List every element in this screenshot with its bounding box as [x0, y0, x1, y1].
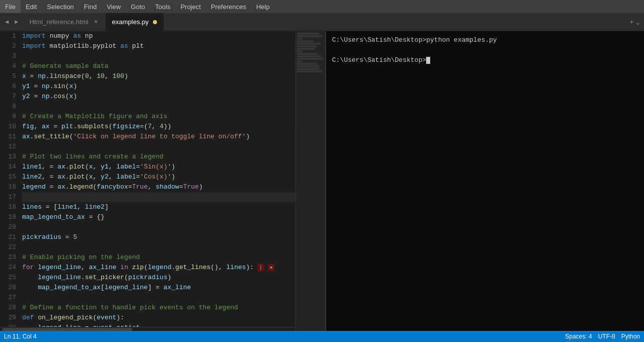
line-num-22: 22 [4, 242, 16, 252]
line-num-10: 10 [4, 122, 16, 132]
line-numbers: 1234567891011121314151617181920212223242… [0, 31, 22, 327]
terminal-panel[interactable]: C:\Users\Satish\Desktop>python examples.… [326, 31, 644, 331]
code-line-30[interactable]: legend_line = event.artist [22, 323, 324, 327]
code-line-13[interactable]: # Plot two lines and create a legend [22, 152, 324, 162]
status-spaces: Spaces: 4 [565, 333, 592, 340]
line-num-11: 11 [4, 132, 16, 142]
code-line-29[interactable]: def on_legend_pick(event): [22, 313, 324, 323]
code-line-10[interactable]: fig, ax = plt.subplots(figsize=(7, 4)) [22, 122, 324, 132]
code-line-14[interactable]: line1, = ax.plot(x, y1, label='Sin(x)') [22, 162, 324, 172]
code-line-15[interactable]: line2, = ax.plot(x, y2, label='Cos(x)') [22, 172, 324, 182]
line-num-20: 20 [4, 222, 16, 232]
line-num-3: 3 [4, 51, 16, 61]
code-line-19[interactable]: map_legend_to_ax = {} [22, 212, 324, 222]
tab-html-close[interactable]: ✕ [93, 19, 100, 26]
code-line-24[interactable]: for legend_line, ax_line in zip(legend.g… [22, 263, 324, 273]
code-line-20[interactable] [22, 222, 324, 232]
menu-project[interactable]: Project [176, 0, 206, 13]
tab-bar: ◀ ▶ Html_reference.html ✕ examples.py + … [0, 13, 644, 31]
terminal-cursor [426, 57, 430, 64]
line-num-23: 23 [4, 252, 16, 263]
code-line-3[interactable] [22, 51, 324, 61]
tab-html-reference[interactable]: Html_reference.html ✕ [23, 13, 106, 31]
main-area: 1234567891011121314151617181920212223242… [0, 31, 644, 331]
code-line-23[interactable]: # Enable picking on the legend [22, 252, 324, 263]
editor-panel: 1234567891011121314151617181920212223242… [0, 31, 326, 331]
code-line-2[interactable]: import matplotlib.pyplot as plt [22, 41, 324, 51]
code-line-28[interactable]: # Define a function to handle pick event… [22, 303, 324, 313]
menu-tools[interactable]: Tools [150, 0, 175, 13]
code-line-26[interactable]: map_legend_to_ax[legend_line] = ax_line [22, 283, 324, 293]
terminal-content: C:\Users\Satish\Desktop>python examples.… [326, 31, 644, 331]
line-num-25: 25 [4, 273, 16, 283]
code-line-9[interactable]: # Create a Matplotlib figure and axis [22, 112, 324, 122]
line-num-30: 30 [4, 323, 16, 327]
menu-preferences[interactable]: Preferences [206, 0, 251, 13]
line-num-28: 28 [4, 303, 16, 313]
minimap [295, 31, 326, 327]
line-num-2: 2 [4, 41, 16, 51]
menu-goto[interactable]: Goto [126, 0, 150, 13]
menu-view[interactable]: View [102, 0, 126, 13]
line-num-14: 14 [4, 162, 16, 172]
line-num-17: 17 [4, 192, 16, 202]
line-num-21: 21 [4, 232, 16, 242]
code-line-27[interactable] [22, 293, 324, 303]
code-line-17[interactable] [22, 192, 324, 202]
split-editor-icon[interactable]: + [629, 18, 633, 26]
tab-nav-back[interactable]: ◀ ▶ [0, 17, 23, 27]
status-ln-col: Ln 11, Col 4 [4, 333, 37, 340]
line-num-6: 6 [4, 81, 16, 92]
line-num-16: 16 [4, 182, 16, 192]
code-line-25[interactable]: legend_line.set_picker(pickradius) [22, 273, 324, 283]
code-line-7[interactable]: y2 = np.cos(x) [22, 92, 324, 102]
scroll-thumb[interactable] [2, 328, 132, 331]
code-content[interactable]: import numpy as npimport matplotlib.pypl… [22, 31, 326, 327]
line-num-13: 13 [4, 152, 16, 162]
line-num-5: 5 [4, 71, 16, 81]
menu-help[interactable]: Help [251, 0, 275, 13]
line-num-12: 12 [4, 142, 16, 152]
menu-bar: File Edit Selection Find View Goto Tools… [0, 0, 644, 13]
tab-examples-py[interactable]: examples.py [106, 13, 164, 31]
status-bar: Ln 11, Col 4 Spaces: 4 UTF-8 Python [0, 331, 644, 342]
menu-selection[interactable]: Selection [42, 0, 78, 13]
editor-scrollbar[interactable] [0, 327, 326, 331]
line-num-19: 19 [4, 212, 16, 222]
code-line-8[interactable] [22, 102, 324, 112]
line-num-8: 8 [4, 102, 16, 112]
menu-find[interactable]: Find [79, 0, 102, 13]
tab-modified-dot [153, 20, 157, 24]
code-line-5[interactable]: x = np.linspace(0, 10, 100) [22, 71, 324, 81]
terminal-line-1: C:\Users\Satish\Desktop>python examples.… [332, 35, 638, 45]
tab-back-icon[interactable]: ◀ [3, 17, 11, 27]
status-right: Spaces: 4 UTF-8 Python [565, 333, 640, 340]
terminal-line-3: C:\Users\Satish\Desktop> [332, 55, 638, 65]
line-num-26: 26 [4, 283, 16, 293]
status-encoding: UTF-8 [598, 333, 615, 340]
code-line-22[interactable] [22, 242, 324, 252]
code-line-6[interactable]: y1 = np.sin(x) [22, 81, 324, 92]
line-num-9: 9 [4, 112, 16, 122]
line-num-27: 27 [4, 293, 16, 303]
line-num-29: 29 [4, 313, 16, 323]
tab-actions: + ⌄ [625, 18, 644, 26]
menu-edit[interactable]: Edit [21, 0, 42, 13]
code-line-11[interactable]: ax.set_title('Click on legend line to to… [22, 132, 324, 142]
code-line-4[interactable]: # Generate sample data [22, 61, 324, 71]
code-line-18[interactable]: lines = [line1, line2] [22, 202, 324, 212]
tab-py-label: examples.py [112, 18, 149, 26]
code-line-1[interactable]: import numpy as np [22, 31, 324, 41]
menu-file[interactable]: File [0, 0, 21, 13]
code-line-16[interactable]: legend = ax.legend(fancybox=True, shadow… [22, 182, 324, 192]
code-line-12[interactable] [22, 142, 324, 152]
status-language: Python [621, 333, 640, 340]
tab-overflow-icon[interactable]: ⌄ [636, 18, 640, 26]
line-num-24: 24 [4, 263, 16, 273]
code-line-21[interactable]: pickradius = 5 [22, 232, 324, 242]
line-num-4: 4 [4, 61, 16, 71]
line-num-15: 15 [4, 172, 16, 182]
tab-html-label: Html_reference.html [29, 18, 88, 26]
tab-forward-icon[interactable]: ▶ [13, 17, 20, 27]
code-area[interactable]: 1234567891011121314151617181920212223242… [0, 31, 326, 327]
